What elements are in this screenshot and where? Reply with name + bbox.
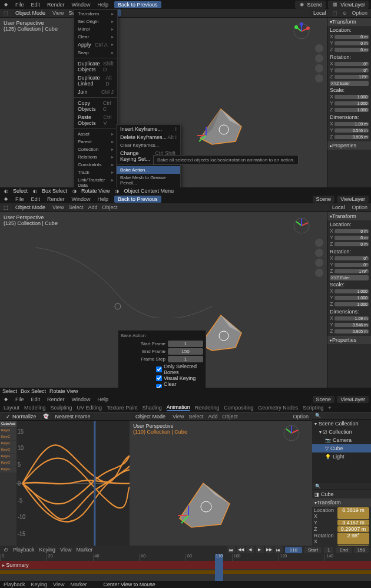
dim-z[interactable]: 0.905 m xyxy=(334,135,369,139)
select-menu[interactable]: Select xyxy=(67,204,84,210)
p3-locz[interactable]: 0.29007 m xyxy=(337,526,369,532)
back-to-previous-button[interactable]: Back to Previous xyxy=(114,1,161,8)
menu-window[interactable]: Window xyxy=(71,397,92,402)
camera-icon[interactable] xyxy=(315,64,323,72)
dim-x[interactable]: 1.09 m xyxy=(334,122,369,126)
mesh-object[interactable] xyxy=(171,477,236,530)
tab-layout[interactable]: Layout xyxy=(4,405,19,411)
p3-rotx[interactable]: 2.98° xyxy=(337,533,369,544)
ctx-mirror[interactable]: Mirror xyxy=(74,25,117,33)
viewlayer-selector[interactable]: ViewLayer xyxy=(337,196,369,203)
ctx-set-origin[interactable]: Set Origin xyxy=(74,18,117,25)
menu-window[interactable]: Window xyxy=(71,2,92,8)
prev-key[interactable]: ◀◀ xyxy=(237,546,245,553)
ctx-collection[interactable]: Collection xyxy=(74,146,117,153)
only-selected-check[interactable] xyxy=(156,366,162,372)
scene-selector[interactable]: ◉Scene xyxy=(295,1,326,9)
scl-x[interactable]: 1.000 xyxy=(334,95,369,99)
orientation-selector[interactable]: Local xyxy=(310,9,330,16)
loc-x[interactable]: 0 m xyxy=(334,35,369,39)
sub-delete-key[interactable]: Delete Keyframes...Alt I xyxy=(117,133,180,141)
ctx-track[interactable]: Track xyxy=(74,169,117,176)
scene-selector[interactable]: Scene xyxy=(313,196,335,203)
ctx-asset[interactable]: Asset xyxy=(74,130,117,138)
channel-item[interactable]: KeyG xyxy=(0,454,16,460)
object-menu[interactable]: Object xyxy=(101,204,118,210)
end-frame[interactable]: 150 xyxy=(354,547,369,553)
menu-help[interactable]: Help xyxy=(97,196,110,202)
menu-window[interactable]: Window xyxy=(71,196,92,202)
rot-x[interactable]: 0° xyxy=(334,62,369,66)
menu-render[interactable]: Render xyxy=(46,2,66,8)
snap-icon[interactable]: ⬚ xyxy=(332,9,339,16)
channel-item[interactable]: KeyG xyxy=(0,460,16,466)
ctx-duplicate[interactable]: Duplicate ObjectsShift D xyxy=(74,60,117,74)
pivot-icon[interactable]: ⊙ xyxy=(341,9,348,16)
ctx-clear[interactable]: Clear xyxy=(74,33,117,41)
sub-bake-mesh-gp[interactable]: Bake Mesh to Grease Pencil... xyxy=(117,174,180,187)
camera-icon[interactable] xyxy=(315,259,323,267)
ghost-icon[interactable]: 👻 xyxy=(42,413,49,420)
properties-panel-header[interactable]: ▸ Properties xyxy=(327,141,371,150)
loc-y[interactable]: 0 m xyxy=(334,41,369,45)
tab-uv[interactable]: UV Editing xyxy=(77,405,102,411)
dim-y[interactable]: 0.546 m xyxy=(334,128,369,133)
channel-item[interactable]: KeyG xyxy=(0,434,16,440)
add-menu[interactable]: Add xyxy=(87,204,98,210)
orientation-selector[interactable]: Local xyxy=(329,204,349,211)
editor-type-icon[interactable]: ⬚ xyxy=(2,9,9,16)
ctx-copy[interactable]: Copy ObjectsCtrl C xyxy=(74,99,117,113)
scl-y[interactable]: 1.000 xyxy=(334,101,369,105)
play-rev[interactable]: ◀ xyxy=(246,546,254,553)
ctx-relations[interactable]: Relations xyxy=(74,153,117,161)
menu-render[interactable]: Render xyxy=(46,196,66,202)
tl-view[interactable]: View xyxy=(59,547,72,553)
menu-render[interactable]: Render xyxy=(46,397,66,402)
ctx-snap[interactable]: Snap xyxy=(74,49,117,57)
props-search-icon[interactable]: 🔍 xyxy=(314,483,322,490)
tl-marker[interactable]: Marker xyxy=(75,547,94,553)
rotation-mode[interactable]: XYZ Euler xyxy=(330,81,369,86)
ctx-join[interactable]: JoinCtrl J xyxy=(74,88,117,96)
pan-icon[interactable] xyxy=(315,54,323,62)
props3-transform-header[interactable]: ▾ Transform xyxy=(312,498,371,507)
mode-selector[interactable]: Object Mode xyxy=(12,9,49,16)
loc-z[interactable]: 0 m xyxy=(334,48,369,52)
channel-list[interactable]: CubeActi KeyG KeyG KeyG KeyG KeyG KeyG K… xyxy=(0,421,16,546)
menu-file[interactable]: File xyxy=(14,397,25,402)
visual-keying-check[interactable] xyxy=(156,375,162,381)
back-to-previous-button[interactable]: Back to Previous xyxy=(114,196,161,203)
graph-editor[interactable]: ✓ Normalize 👻 Nearest Frame CubeActi Key… xyxy=(0,412,130,546)
mesh-object[interactable] xyxy=(194,106,247,147)
tl-playback[interactable]: Playback xyxy=(12,547,36,553)
menu-edit[interactable]: Edit xyxy=(30,397,42,402)
view-menu[interactable]: View xyxy=(51,204,65,210)
tab-sculpting[interactable]: Sculpting xyxy=(51,405,72,411)
start-frame-input[interactable]: 1 xyxy=(168,341,203,347)
ctx-paste[interactable]: Paste ObjectsCtrl V xyxy=(74,113,117,127)
sub-bake-action[interactable]: Bake Action... xyxy=(117,166,180,174)
graph-canvas[interactable]: 15 10 5 0 -5 -10 -15 xyxy=(16,421,130,546)
mode-selector[interactable]: Object Mode xyxy=(132,413,169,420)
outliner-camera[interactable]: 📷 Camera xyxy=(312,436,371,444)
playhead[interactable]: 110 xyxy=(215,554,223,581)
scl-z[interactable]: 1.000 xyxy=(334,108,369,112)
channel-action[interactable]: CubeActi xyxy=(0,421,16,427)
tab-geonodes[interactable]: Geometry Nodes xyxy=(258,405,298,411)
nav-gizmo[interactable] xyxy=(293,22,310,40)
tab-animation[interactable]: Animation xyxy=(167,404,190,411)
pan-icon[interactable] xyxy=(315,249,323,257)
outliner-scene-collection[interactable]: ▾ Scene Collection xyxy=(312,419,371,428)
3d-viewport[interactable]: User Perspective (125) Collection | Cube xyxy=(0,18,327,187)
tab-shading[interactable]: Shading xyxy=(143,405,162,411)
menu-file[interactable]: File xyxy=(14,196,25,202)
next-key[interactable]: ▶▶ xyxy=(265,546,273,553)
zoom-icon[interactable] xyxy=(315,239,323,247)
nav-gizmo[interactable] xyxy=(283,424,300,442)
nav-gizmo[interactable] xyxy=(293,217,310,234)
sub-clear-key[interactable]: Clear Keyframes... xyxy=(117,141,180,149)
timeline-icon[interactable]: ⏱ xyxy=(2,546,9,553)
properties-editor[interactable]: 🔍 ◨ Cube ▾ Transform Location X6.3819 m … xyxy=(312,483,371,546)
ctx-constraints[interactable]: Constraints xyxy=(74,161,117,169)
editor-type-icon[interactable]: ⬚ xyxy=(2,204,9,211)
